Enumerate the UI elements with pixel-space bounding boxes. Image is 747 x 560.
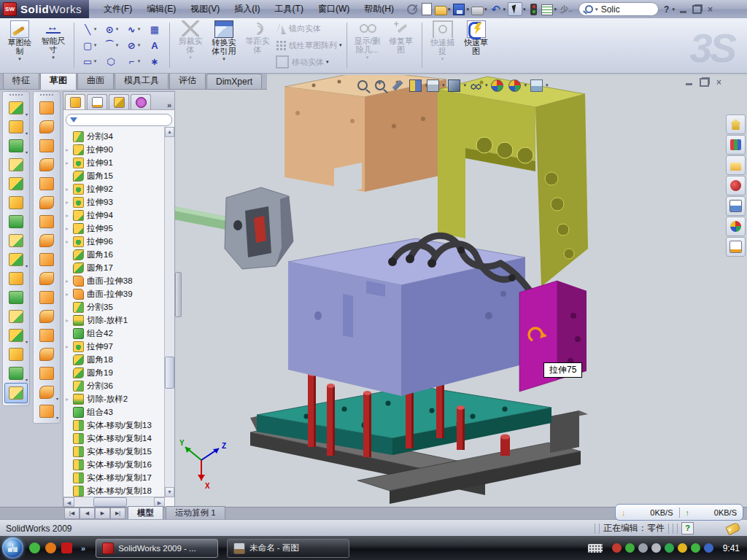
menu-edit[interactable]: 编辑(E) (139, 0, 183, 18)
tab-nav-1[interactable]: ◀ (80, 508, 95, 519)
dropdown-caret-icon[interactable]: ▾ (56, 396, 58, 401)
dropdown-caret-icon[interactable]: ▾ (116, 26, 119, 32)
hscroll-thumb[interactable] (93, 497, 127, 507)
toolbar-grip[interactable] (9, 93, 23, 96)
doc-minimize-button[interactable] (686, 83, 692, 85)
panel-splitter[interactable] (175, 272, 182, 317)
view-settings-button[interactable] (527, 77, 545, 93)
dropdown-caret-icon[interactable]: ▾ (554, 7, 557, 12)
tree-item[interactable]: ▸拉伸96 (63, 235, 165, 248)
expand-arrow-icon[interactable]: ▸ (66, 147, 73, 153)
dropdown-caret-icon[interactable]: ▾ (26, 263, 28, 268)
status-help-button[interactable]: ? (681, 522, 694, 534)
dropdown-caret-icon[interactable]: ▾ (94, 26, 97, 32)
scroll-left-icon[interactable]: ◀ (63, 497, 74, 507)
revolved-surface-button[interactable] (36, 117, 58, 136)
dropdown-caret-icon[interactable]: ▾ (26, 112, 28, 117)
menu-tools[interactable]: 工具(T) (268, 0, 311, 18)
offset-surface-button[interactable] (36, 193, 58, 212)
dropdown-caret-icon[interactable]: ▾ (523, 7, 526, 12)
doc-tab-model[interactable]: 模型 (128, 506, 163, 520)
open-folder-icon[interactable] (435, 6, 447, 15)
expand-arrow-icon[interactable]: ▸ (66, 396, 73, 402)
zoom-area-button[interactable] (371, 77, 389, 93)
apply-scene-button[interactable] (506, 77, 524, 93)
health-shield-icon[interactable] (691, 543, 700, 553)
move-copy-body-button[interactable] (5, 307, 27, 326)
graphics-viewport[interactable]: Y Z X ▾▾▾▾▾ × 拉伸75 (175, 75, 747, 507)
browser-ball-icon[interactable] (45, 542, 56, 553)
tree-item[interactable]: 圆角19 (63, 366, 165, 379)
warning-tray-icon[interactable] (678, 543, 687, 553)
help-button[interactable]: ? (662, 4, 671, 15)
lofted-surface-button[interactable] (36, 155, 58, 174)
extrude-cut-button[interactable]: ▾ (5, 117, 27, 136)
dropdown-caret-icon[interactable]: ▾ (222, 56, 225, 62)
tree-item[interactable]: ▸拉伸95 (63, 222, 165, 235)
featuremanager-tree-tab[interactable] (65, 94, 85, 109)
network-speed-widget[interactable]: ↓ 0KB/S ↑ 0KB/S (615, 504, 743, 521)
taskbar-window-paint[interactable]: 未命名 - 画图 (227, 539, 349, 558)
extend-surface-button[interactable] (36, 345, 58, 364)
dropdown-caret-icon[interactable]: ▾ (525, 82, 527, 88)
configurationmanager-tab[interactable] (109, 94, 129, 109)
tree-item[interactable]: ▸拉伸90 (63, 143, 165, 156)
select-cursor-icon[interactable] (508, 2, 522, 16)
loft-button[interactable] (5, 155, 27, 174)
tree-item[interactable]: 圆角16 (63, 248, 165, 261)
dimxpertmanager-tab[interactable] (131, 94, 151, 109)
expand-arrow-icon[interactable]: ▸ (66, 225, 73, 232)
dropdown-caret-icon[interactable]: ▾ (503, 7, 506, 12)
panel-overflow-button[interactable]: » (167, 101, 171, 109)
dropdown-caret-icon[interactable]: ▾ (26, 149, 28, 155)
dropdown-caret-icon[interactable]: ▾ (52, 55, 55, 61)
curve-button[interactable]: ▾ (5, 364, 27, 383)
tree-item[interactable]: 分割34 (63, 130, 165, 143)
taskbar-window-solidworks[interactable]: SolidWorks 2009 - ... (96, 539, 218, 558)
dropdown-caret-icon[interactable]: ▾ (18, 56, 21, 62)
tree-vertical-scrollbar[interactable]: ▲ ▼ (164, 127, 174, 497)
reference-plane-button[interactable] (5, 345, 27, 364)
tree-item[interactable]: 实体-移动/复制13 (63, 419, 165, 432)
display-style-button[interactable] (446, 77, 463, 93)
boundary-surface-button[interactable] (36, 174, 58, 193)
polygon-button[interactable]: ⬡ (100, 56, 122, 67)
save-icon[interactable] (453, 4, 465, 15)
dome-button[interactable] (5, 231, 27, 250)
expand-arrow-icon[interactable]: ▸ (66, 212, 73, 219)
quick-launch-overflow[interactable]: » (81, 544, 85, 553)
dropdown-caret-icon[interactable]: ▾ (26, 131, 28, 136)
model-3d-view[interactable]: Y Z X (175, 75, 747, 507)
dropdown-caret-icon[interactable]: ▾ (339, 42, 342, 48)
scroll-down-icon[interactable]: ▼ (165, 487, 174, 497)
model-cavity-block[interactable] (288, 238, 546, 396)
extrude-boss-button[interactable]: ▾ (5, 98, 27, 117)
sketch-draw-button[interactable]: 草图绘制▾ (3, 20, 36, 71)
expand-arrow-icon[interactable]: ▸ (66, 317, 73, 324)
tab-nav-0[interactable]: |◀ (64, 508, 80, 519)
tab-nav-2[interactable]: ▶ (95, 508, 110, 519)
swept-surface-button[interactable] (36, 136, 58, 155)
dropdown-caret-icon[interactable]: ▾ (485, 82, 488, 88)
dropdown-caret-icon[interactable]: ▾ (138, 58, 141, 64)
tree-item[interactable]: ▸曲面-拉伸39 (63, 287, 165, 300)
tab-surfaces[interactable]: 曲面 (77, 71, 114, 89)
new-document-icon[interactable] (422, 3, 432, 15)
restore-button[interactable] (692, 5, 702, 14)
shell-button[interactable] (5, 174, 27, 193)
section-view-button[interactable] (406, 77, 424, 93)
previous-view-button[interactable] (389, 77, 406, 93)
menu-insert[interactable]: 插入(I) (227, 0, 267, 18)
dropdown-caret-icon[interactable]: ▾ (94, 42, 97, 48)
solidworks-resources-tab[interactable] (726, 114, 746, 134)
tree-item[interactable]: 组合43 (63, 405, 165, 419)
slot-button[interactable]: ▭▾ (78, 56, 100, 67)
linear-sketch-pattern-button[interactable]: 线性草图阵列▾ (276, 39, 343, 52)
tree-item[interactable]: 圆角18 (63, 353, 165, 366)
search-scope-caret-icon[interactable]: ▾ (595, 7, 598, 12)
dropdown-caret-icon[interactable]: ▾ (326, 59, 329, 65)
untrim-surface-button[interactable] (36, 307, 58, 326)
pin-icon[interactable] (407, 4, 417, 15)
filled-surface-button[interactable] (36, 250, 58, 269)
toolbar-grip[interactable] (39, 93, 54, 96)
